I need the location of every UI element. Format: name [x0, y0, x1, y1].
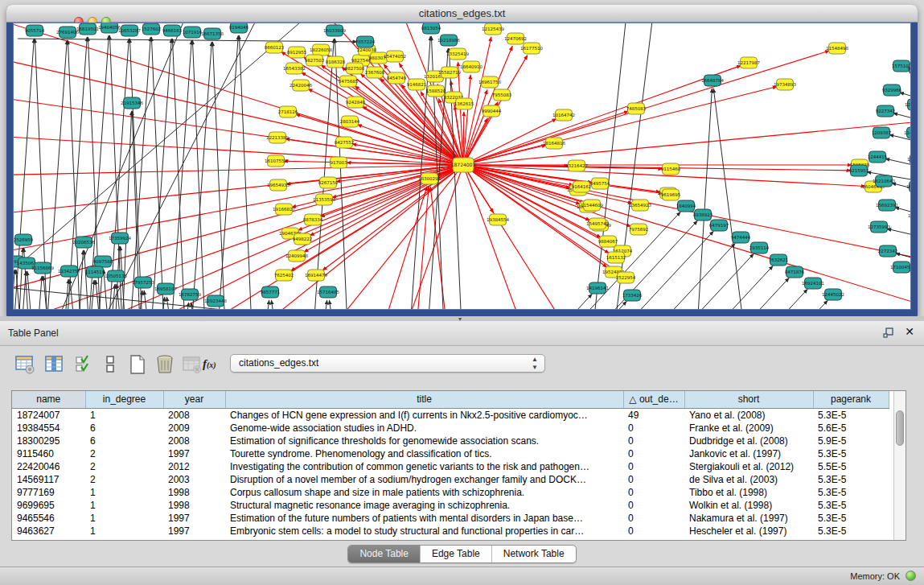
graph-node[interactable]: 22420046: [290, 80, 312, 91]
close-panel-icon[interactable]: ✕: [905, 325, 914, 338]
graph-node[interactable]: 7955083: [492, 89, 512, 101]
cell-title[interactable]: Structural magnetic resonance image aver…: [225, 499, 623, 512]
cell-title[interactable]: Investigating the contribution of common…: [225, 460, 623, 473]
cell-in_degree[interactable]: 1: [85, 499, 163, 512]
graph-node[interactable]: 2718126: [278, 106, 298, 117]
graph-node[interactable]: 11353594: [313, 194, 335, 205]
column-header-title[interactable]: title: [225, 391, 623, 408]
cell-name[interactable]: 9777169: [12, 486, 85, 499]
cell-year[interactable]: 2009: [163, 422, 225, 435]
graph-node[interactable]: 2935114: [749, 242, 770, 253]
graph-node[interactable]: 13654923: [629, 200, 651, 211]
cell-out_degree[interactable]: 0: [623, 486, 684, 499]
graph-node[interactable]: 16619501: [76, 23, 99, 35]
graph-node[interactable]: 8938923: [693, 209, 713, 220]
graph-node[interactable]: 15692391: [876, 200, 898, 211]
cell-short[interactable]: Dudbridge et al. (2008): [684, 435, 813, 447]
graph-node[interactable]: 15582719: [438, 67, 461, 78]
tab-network-table[interactable]: Network Table: [492, 546, 576, 562]
graph-node[interactable]: 19384554: [487, 214, 509, 225]
graph-node[interactable]: 11544609: [581, 200, 603, 211]
graph-node[interactable]: 21915346: [121, 97, 143, 109]
graph-node[interactable]: 18300295: [418, 173, 441, 184]
table-row[interactable]: 911546021997Tourette syndrome. Phenomeno…: [12, 447, 889, 460]
cell-title[interactable]: Estimation of the future numbers of pati…: [225, 512, 623, 525]
graph-node[interactable]: 8454749: [387, 72, 407, 84]
cell-short[interactable]: Tibbo et al. (1998): [684, 486, 813, 499]
table-row[interactable]: 1456911722003Disruption of a novel membe…: [12, 473, 889, 486]
graph-node[interactable]: 1071916: [183, 27, 203, 38]
cell-in_degree[interactable]: 1: [85, 408, 163, 422]
graph-node[interactable]: 12217987: [737, 57, 760, 68]
cell-title[interactable]: Embryonic stem cells: a model to study s…: [225, 525, 623, 538]
cell-out_degree[interactable]: 0: [623, 499, 684, 512]
graph-node[interactable]: 19734893: [774, 79, 796, 90]
cell-out_degree[interactable]: 0: [623, 422, 684, 435]
cell-name[interactable]: 14569117: [12, 473, 85, 486]
cell-in_degree[interactable]: 1: [85, 486, 163, 499]
graph-node[interactable]: 2803144: [340, 116, 360, 127]
graph-node[interactable]: 1209387: [872, 127, 892, 138]
cell-pagerank[interactable]: 5.5E-5: [813, 460, 889, 473]
graph-node[interactable]: 17359924: [109, 233, 131, 244]
graph-node[interactable]: 15716485: [317, 286, 339, 298]
graph-node[interactable]: 1362615: [454, 98, 474, 109]
graph-node[interactable]: 13505135: [105, 270, 127, 282]
cell-out_degree[interactable]: 0: [623, 473, 684, 486]
cell-out_degree[interactable]: 0: [623, 525, 684, 538]
cell-in_degree[interactable]: 1: [85, 525, 163, 538]
cell-short[interactable]: Hescheler et al. (1997): [684, 525, 813, 538]
graph-node[interactable]: 9329966: [882, 84, 902, 96]
cell-short[interactable]: Franke et al. (2009): [684, 422, 813, 435]
cell-title[interactable]: Disruption of a novel member of a sodium…: [225, 473, 623, 486]
cell-name[interactable]: 9699695: [12, 499, 85, 512]
graph-node[interactable]: 16924101: [802, 278, 824, 289]
cell-pagerank[interactable]: 5.3E-5: [813, 486, 889, 499]
graph-node[interactable]: 13325419: [446, 48, 469, 60]
graph-node[interactable]: 9474444: [731, 232, 751, 243]
graph-node[interactable]: 16961758: [478, 76, 501, 88]
scrollbar-thumb[interactable]: [896, 410, 904, 446]
cell-out_degree[interactable]: 0: [623, 512, 684, 525]
graph-node[interactable]: 2367608: [365, 67, 385, 78]
graph-node[interactable]: 8427552: [335, 137, 355, 148]
graph-node[interactable]: 20206536: [72, 237, 95, 248]
graph-node[interactable]: 8495754: [590, 178, 610, 189]
graph-node[interactable]: 10164742: [552, 109, 575, 121]
graph-node[interactable]: 1114519: [85, 266, 105, 278]
graph-node[interactable]: 9146821: [407, 79, 427, 90]
cell-title[interactable]: Changes of HCN gene expression and I(f) …: [225, 408, 623, 422]
graph-node[interactable]: 12470692: [504, 33, 527, 44]
graph-node[interactable]: 1244415: [868, 151, 888, 163]
table-row[interactable]: 946554611997Estimation of the future num…: [12, 512, 889, 525]
cell-title[interactable]: Estimation of significance thresholds fo…: [225, 435, 623, 447]
column-header-pagerank[interactable]: pagerank: [813, 391, 889, 408]
cell-year[interactable]: 2008: [163, 435, 225, 447]
graph-node[interactable]: 3475685: [339, 76, 359, 87]
cell-out_degree[interactable]: 0: [623, 460, 684, 473]
cell-name[interactable]: 9115460: [12, 447, 85, 460]
graph-node[interactable]: 1840994: [676, 200, 696, 212]
graph-node[interactable]: 9857771: [261, 286, 281, 298]
graph-node[interactable]: 11548498: [826, 43, 848, 54]
selection-mode-icon[interactable]: [74, 354, 95, 375]
graph-node[interactable]: 8194046: [229, 23, 249, 33]
new-column-icon[interactable]: [127, 354, 148, 375]
window-titlebar[interactable]: citations_edges.txt: [6, 5, 918, 23]
cell-title[interactable]: Genome-wide association studies in ADHD.: [225, 422, 623, 435]
cell-out_degree[interactable]: 49: [623, 408, 684, 422]
column-header-short[interactable]: short: [684, 391, 813, 408]
cell-year[interactable]: 1997: [163, 525, 225, 538]
cell-name[interactable]: 9463627: [12, 525, 85, 538]
graph-node[interactable]: 18164816: [543, 138, 565, 149]
network-canvas[interactable]: 1872400718300295866012389129551822605898…: [13, 23, 913, 310]
cell-in_degree[interactable]: 2: [85, 460, 163, 473]
graph-node[interactable]: 1615132: [606, 252, 626, 263]
cell-name[interactable]: 22420046: [12, 460, 85, 473]
graph-node[interactable]: 12409948: [285, 250, 308, 262]
graph-node[interactable]: 9097588: [93, 256, 113, 267]
graph-node[interactable]: 16543382: [283, 63, 306, 74]
hub-node[interactable]: 18724007: [451, 158, 476, 172]
cell-year[interactable]: 1998: [163, 486, 225, 499]
graph-node[interactable]: 16046449: [906, 181, 913, 192]
